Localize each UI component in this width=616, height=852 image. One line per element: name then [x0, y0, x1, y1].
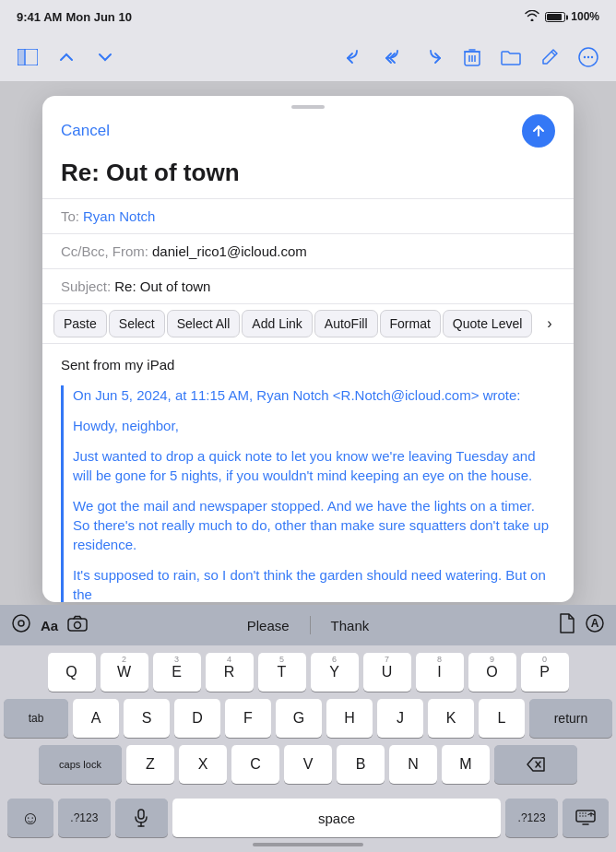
key-b[interactable]: B — [337, 745, 385, 784]
reply-icon[interactable] — [343, 44, 369, 70]
key-d[interactable]: D — [174, 699, 220, 738]
keyboard-toolbar: Aa Please Thank A — [0, 605, 616, 645]
to-field[interactable]: To: Ryan Notch — [42, 198, 574, 233]
email-compose-sheet: Cancel Re: Out of town To: Ryan Notch Cc… — [42, 96, 574, 602]
select-all-button[interactable]: Select All — [167, 310, 241, 337]
keyboard: Aa Please Thank A Q 2W 3E 4R 5T — [0, 605, 616, 852]
key-g[interactable]: G — [276, 699, 322, 738]
key-mic[interactable] — [115, 799, 168, 837]
autofill-button[interactable]: AutoFill — [314, 310, 378, 337]
to-label: To: — [61, 208, 79, 224]
key-x[interactable]: X — [179, 745, 227, 784]
key-w[interactable]: 2W — [101, 653, 148, 692]
forward-icon[interactable] — [421, 44, 446, 70]
svg-text:A: A — [591, 617, 599, 630]
add-link-button[interactable]: Add Link — [242, 310, 312, 337]
key-n[interactable]: N — [389, 745, 437, 784]
reply-all-icon[interactable] — [382, 44, 408, 70]
sent-from-text: Sent from my iPad — [61, 357, 555, 373]
battery-percent: 100% — [571, 10, 599, 23]
camera-icon[interactable] — [67, 615, 88, 636]
subject-label: Subject: — [61, 278, 111, 294]
to-value: Ryan Notch — [83, 208, 155, 224]
more-icon[interactable] — [575, 44, 601, 70]
paste-button[interactable]: Paste — [53, 310, 107, 337]
key-c[interactable]: C — [231, 745, 279, 784]
suggestion-please[interactable]: Please — [243, 618, 293, 633]
key-k[interactable]: K — [428, 699, 474, 738]
format-button[interactable]: Format — [380, 310, 441, 337]
svg-point-13 — [591, 56, 593, 58]
svg-line-9 — [551, 52, 555, 55]
edit-toolbar: Paste Select Select All Add Link AutoFil… — [42, 303, 574, 344]
email-subject-title: Re: Out of town — [42, 159, 574, 198]
key-j[interactable]: J — [377, 699, 423, 738]
subject-field[interactable]: Subject: Re: Out of town — [42, 268, 574, 303]
key-q[interactable]: Q — [48, 653, 96, 692]
key-v[interactable]: V — [284, 745, 332, 784]
send-button[interactable] — [522, 114, 555, 148]
cc-bcc-field[interactable]: Cc/Bcc, From: daniel_rico1@icloud.com — [42, 233, 574, 268]
quote-level-button[interactable]: Quote Level — [443, 310, 533, 337]
key-e[interactable]: 3E — [153, 653, 201, 692]
circle-a-icon[interactable]: A — [585, 613, 605, 638]
key-num1[interactable]: .?123 — [58, 799, 111, 837]
key-r[interactable]: 4R — [206, 653, 254, 692]
svg-point-15 — [18, 621, 24, 626]
key-z[interactable]: Z — [126, 745, 174, 784]
suggestion-thank[interactable]: Thank — [327, 618, 373, 633]
key-return[interactable]: return — [529, 699, 612, 738]
cancel-button[interactable]: Cancel — [61, 122, 110, 140]
subject-value: Re: Out of town — [114, 278, 210, 294]
folder-icon[interactable] — [498, 44, 524, 70]
suggestion-separator — [310, 616, 311, 634]
svg-point-12 — [587, 56, 589, 58]
compose-icon[interactable] — [537, 44, 563, 70]
key-num2[interactable]: .?123 — [505, 799, 558, 837]
key-m[interactable]: M — [442, 745, 490, 784]
key-s[interactable]: S — [124, 699, 170, 738]
home-indicator — [253, 843, 363, 846]
svg-point-11 — [584, 56, 586, 58]
keyboard-row-3: caps lock Z X C V B N M — [4, 745, 612, 784]
key-l[interactable]: L — [479, 699, 525, 738]
trash-icon[interactable] — [459, 44, 485, 70]
key-u[interactable]: 7U — [363, 653, 411, 692]
quoted-email: On Jun 5, 2024, at 11:15 AM, Ryan Notch … — [61, 385, 555, 602]
key-i[interactable]: 8I — [416, 653, 464, 692]
cc-bcc-label: Cc/Bcc, From: — [61, 243, 148, 259]
key-f[interactable]: F — [225, 699, 271, 738]
battery-status — [545, 10, 565, 23]
key-a[interactable]: A — [73, 699, 119, 738]
toolbar-chevron-icon[interactable]: › — [537, 311, 563, 337]
sheet-handle — [42, 96, 574, 114]
quote-para2: We got the mail and newspaper stopped. A… — [73, 496, 555, 554]
quote-greeting: Howdy, neighbor, — [73, 416, 555, 435]
keyboard-rows: Q 2W 3E 4R 5T 6Y 7U 8I 9O 0P tab A S D F… — [0, 645, 616, 795]
key-tab[interactable]: tab — [4, 699, 68, 738]
sidebar-toggle-icon[interactable] — [15, 44, 41, 70]
key-t[interactable]: 5T — [258, 653, 306, 692]
key-emoji[interactable]: ☺ — [7, 799, 53, 837]
sheet-handle-bar — [291, 105, 325, 109]
key-y[interactable]: 6Y — [311, 653, 359, 692]
svg-rect-22 — [138, 810, 144, 819]
email-body[interactable]: Sent from my iPad On Jun 5, 2024, at 11:… — [42, 344, 574, 602]
key-p[interactable]: 0P — [521, 653, 569, 692]
status-time: 9:41 AM — [17, 10, 62, 24]
key-o[interactable]: 9O — [468, 653, 516, 692]
key-space[interactable]: space — [172, 799, 501, 837]
key-caps-lock[interactable]: caps lock — [39, 745, 122, 784]
quote-para3: It's supposed to rain, so I don't think … — [73, 565, 555, 602]
keyboard-settings-icon[interactable] — [11, 613, 31, 638]
wifi-icon — [525, 10, 539, 24]
select-button[interactable]: Select — [109, 310, 165, 337]
chevron-down-icon[interactable] — [92, 44, 118, 70]
key-h[interactable]: H — [326, 699, 373, 738]
sheet-header: Cancel — [42, 114, 574, 159]
key-delete[interactable] — [494, 745, 577, 784]
aa-icon[interactable]: Aa — [41, 618, 58, 633]
chevron-up-icon[interactable] — [53, 44, 79, 70]
key-hide-keyboard[interactable] — [563, 799, 609, 837]
document-icon[interactable] — [559, 613, 575, 638]
